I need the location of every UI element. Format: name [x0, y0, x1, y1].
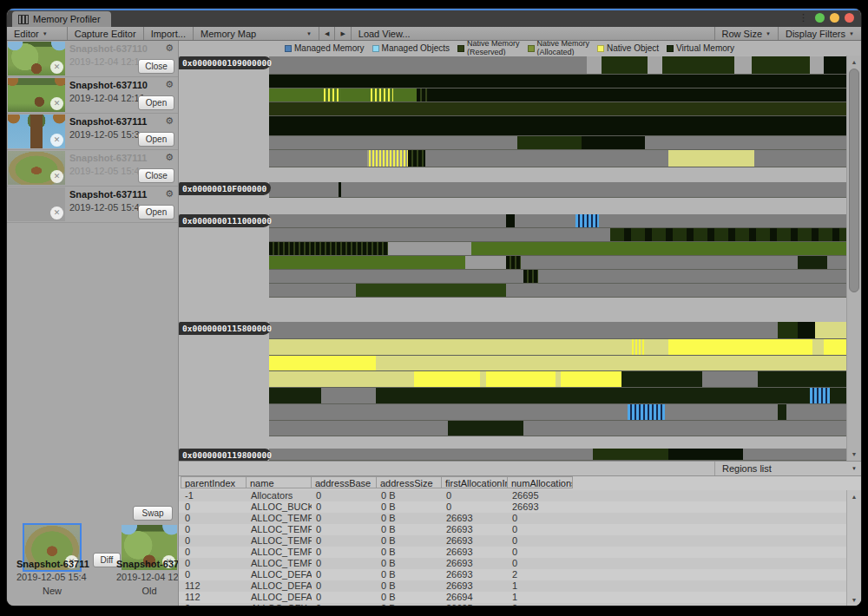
table-row[interactable]: 112ALLOC_DEFAU...00 B266941: [179, 592, 847, 603]
scroll-down-icon[interactable]: ▼: [847, 449, 861, 460]
back-button[interactable]: ◀: [319, 27, 334, 40]
legend-label: Managed Memory: [294, 43, 365, 53]
regions-list-dropdown[interactable]: Regions list ▼: [714, 462, 861, 475]
table-row[interactable]: 112ALLOC_DEFAU...00 B266931: [179, 580, 847, 592]
capture-editor-button[interactable]: Capture Editor: [68, 27, 143, 40]
table-row[interactable]: -1Allocators00 B026695: [179, 490, 847, 501]
editor-dropdown[interactable]: Editor▼: [7, 27, 55, 40]
snapshot-thumbnail[interactable]: ✕: [8, 42, 65, 75]
memory-segment-bs: [575, 214, 599, 227]
memory-map-row[interactable]: [269, 449, 847, 461]
legend-item-0[interactable]: Managed Memory: [285, 43, 365, 53]
memory-map-row[interactable]: [269, 228, 847, 242]
memory-map-row[interactable]: [269, 356, 847, 371]
table-scrollbar[interactable]: ▲ ▼: [846, 490, 861, 606]
table-row[interactable]: 0ALLOC_TEMP_...00 B266930: [179, 558, 847, 569]
import-button[interactable]: Import...: [144, 27, 193, 40]
table-row[interactable]: 0ALLOC_GFX...00 B266950: [179, 603, 847, 606]
row-size-dropdown[interactable]: Row Size▼: [715, 27, 778, 40]
snapshot-thumbnail[interactable]: ✕: [8, 78, 65, 112]
memory-map-row[interactable]: [269, 102, 847, 116]
table-row[interactable]: 0ALLOC_TEMP_...00 B266930: [179, 524, 847, 535]
gear-icon[interactable]: ⚙: [165, 115, 174, 126]
window-close-button[interactable]: [845, 13, 854, 23]
close-thumbnail-icon[interactable]: ✕: [50, 97, 63, 110]
close-snapshot-button[interactable]: Close: [138, 168, 174, 183]
column-header-numAllocations[interactable]: numAllocations: [508, 476, 573, 488]
memory-map-row[interactable]: [269, 56, 847, 75]
memory-map[interactable]: 0x00000001090000000x00000010F0000000x000…: [179, 56, 861, 461]
open-snapshot-button[interactable]: Open: [138, 205, 174, 220]
memory-map-row[interactable]: [269, 339, 847, 356]
gear-icon[interactable]: ⚙: [165, 188, 174, 199]
memory-map-row[interactable]: [269, 284, 847, 298]
scroll-up-icon[interactable]: ▲: [847, 491, 861, 502]
memory-segment-yel: [269, 356, 376, 370]
scroll-up-icon[interactable]: ▲: [847, 56, 861, 68]
memory-map-row[interactable]: [269, 404, 847, 421]
snapshot-thumbnail[interactable]: ✕: [8, 187, 65, 221]
table-row[interactable]: 0ALLOC_TEMP_...00 B266930: [179, 547, 847, 558]
snapshot-list-item[interactable]: ✕Snapshot-6371112019-12-05 15:4⚙Open: [7, 187, 178, 223]
table-row[interactable]: 0ALLOC_TEMP_...00 B266930: [179, 535, 847, 547]
snapshot-thumbnail[interactable]: ✕: [8, 151, 65, 185]
memory-map-row[interactable]: [269, 136, 847, 150]
column-header-parentIndex[interactable]: parentIndex: [181, 476, 247, 488]
forward-button[interactable]: ▶: [335, 27, 350, 40]
column-header-firstAllocationIn[interactable]: firstAllocationIn: [442, 476, 508, 488]
memory-map-row[interactable]: [269, 371, 847, 388]
memory-segment-vdk: [758, 371, 847, 387]
snapshot-list-item[interactable]: ✕Snapshot-6371102019-12-04 12:1⚙Close: [7, 41, 178, 77]
legend-item-5[interactable]: Virtual Memory: [667, 43, 734, 53]
scrollbar-thumb[interactable]: [849, 69, 859, 292]
tab-memory-profiler[interactable]: Memory Profiler: [12, 11, 111, 27]
table-row[interactable]: 0ALLOC_TEMP_...00 B266930: [179, 513, 847, 524]
legend-item-1[interactable]: Managed Objects: [372, 43, 450, 53]
memory-map-row[interactable]: [269, 242, 847, 256]
memory-map-row[interactable]: [269, 182, 847, 198]
memory-map-row[interactable]: [269, 421, 847, 436]
open-snapshot-button[interactable]: Open: [138, 95, 174, 110]
snapshot-thumbnail[interactable]: ✕: [8, 115, 65, 148]
window-minimize-button[interactable]: [830, 13, 839, 23]
display-filters-dropdown[interactable]: Display Filters▼: [779, 27, 861, 40]
gear-icon[interactable]: ⚙: [165, 43, 174, 53]
title-bar: Memory Profiler ⋮: [7, 9, 861, 27]
load-view-button[interactable]: Load View...: [352, 27, 418, 40]
memory-map-row[interactable]: [269, 75, 847, 88]
memory-map-row[interactable]: [269, 214, 847, 228]
column-header-addressSize[interactable]: addressSize: [377, 476, 442, 488]
memory-segment-dkg: [517, 136, 581, 149]
memory-map-row[interactable]: [269, 388, 847, 404]
view-mode-dropdown[interactable]: Memory Map▼: [194, 27, 319, 40]
swap-button[interactable]: Swap: [133, 506, 173, 521]
map-scrollbar[interactable]: ▲ ▼: [846, 56, 861, 461]
gear-icon[interactable]: ⚙: [165, 79, 174, 89]
column-header-name[interactable]: name: [247, 476, 312, 488]
memory-map-row[interactable]: [269, 116, 847, 136]
table-row[interactable]: 0ALLOC_DEFAU...00 B266932: [179, 569, 847, 580]
snapshot-list-item[interactable]: ✕Snapshot-6371112019-12-05 15:3⚙Open: [7, 114, 178, 150]
legend-item-3[interactable]: Native Memory(Allocated): [528, 41, 590, 56]
close-thumbnail-icon[interactable]: ✕: [50, 61, 63, 74]
memory-map-row[interactable]: [269, 150, 847, 167]
legend-item-4[interactable]: Native Object: [597, 43, 659, 53]
open-snapshot-button[interactable]: Open: [138, 132, 174, 147]
window-zoom-button[interactable]: [815, 13, 825, 23]
gear-icon[interactable]: ⚙: [165, 152, 174, 162]
memory-map-row[interactable]: [269, 256, 847, 270]
close-snapshot-button[interactable]: Close: [138, 59, 174, 74]
table-row[interactable]: 0ALLOC_BUCKET00 B026693: [179, 501, 847, 513]
memory-map-row[interactable]: [269, 270, 847, 284]
memory-map-row[interactable]: [269, 322, 847, 339]
memory-map-row[interactable]: [269, 88, 847, 102]
close-thumbnail-icon[interactable]: ✕: [50, 170, 63, 183]
scroll-down-icon[interactable]: ▼: [847, 594, 861, 606]
close-thumbnail-icon[interactable]: ✕: [50, 206, 63, 220]
legend-item-2[interactable]: Native Memory(Reserved): [457, 41, 520, 56]
snapshot-list-item[interactable]: ✕Snapshot-6371102019-12-04 12:12⚙Open: [7, 77, 178, 114]
close-thumbnail-icon[interactable]: ✕: [50, 134, 63, 147]
kebab-menu-icon[interactable]: ⋮: [799, 12, 808, 23]
snapshot-list-item[interactable]: ✕Snapshot-6371112019-12-05 15:4⚙Close: [7, 150, 178, 187]
column-header-addressBase[interactable]: addressBase: [312, 476, 377, 488]
